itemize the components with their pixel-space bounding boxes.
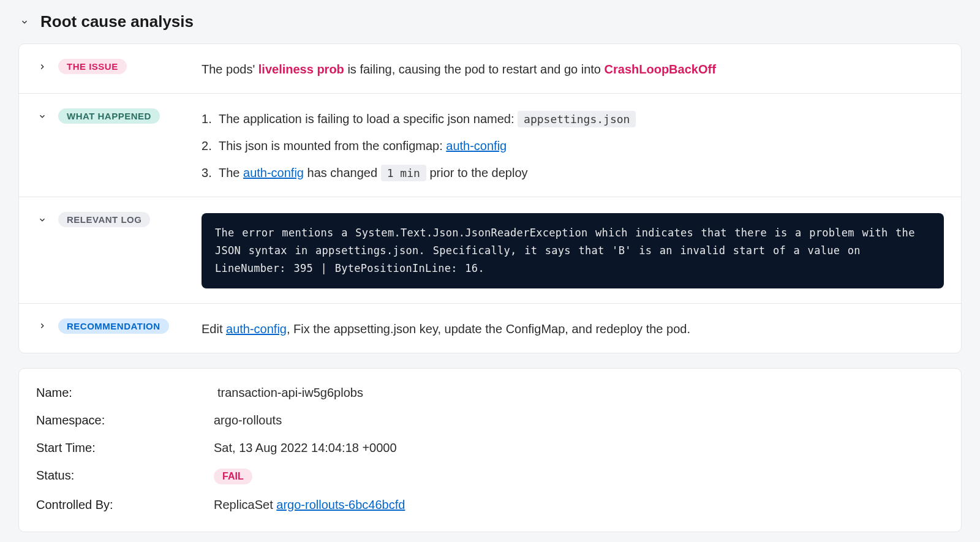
issue-highlight-crashloop: CrashLoopBackOff	[605, 62, 716, 76]
auth-config-link[interactable]: auth-config	[446, 139, 507, 152]
info-row-status: Status: FAIL	[36, 469, 944, 484]
pod-info-card: Name: transaction-api-iw5g6plobs Namespa…	[18, 368, 962, 532]
page-header: Root cause analysis	[18, 12, 962, 31]
issue-text-before: The pods'	[202, 62, 258, 76]
issue-highlight-liveliness: liveliness prob	[258, 62, 344, 76]
item1-text: The application is failing to load a spe…	[219, 112, 518, 126]
section-what-happened: WHAT HAPPENED The application is failing…	[19, 94, 961, 197]
replicaset-link[interactable]: argo-rollouts-6bc46bcfd	[276, 498, 405, 511]
auth-config-link[interactable]: auth-config	[243, 166, 304, 179]
starttime-value: Sat, 13 Aug 2022 14:04:18 +0000	[214, 441, 397, 455]
auth-config-link[interactable]: auth-config	[226, 322, 287, 336]
page-title: Root cause analysis	[40, 12, 194, 31]
relevant-log-badge: RELEVANT LOG	[58, 212, 150, 227]
log-content-wrapper: The error mentions a System.Text.Json.Js…	[202, 212, 944, 288]
section-recommendation-header[interactable]: RECOMMENDATION	[36, 318, 202, 334]
section-log-header[interactable]: RELEVANT LOG	[36, 212, 202, 227]
name-label: Name:	[36, 386, 214, 400]
status-badge: FAIL	[214, 469, 252, 484]
recommendation-content: Edit auth-config, Fix the appsetting.jso…	[202, 318, 944, 338]
item3-mid: has changed	[304, 166, 381, 179]
log-block: The error mentions a System.Text.Json.Js…	[202, 213, 944, 288]
issue-badge: THE ISSUE	[58, 59, 127, 74]
chevron-right-icon[interactable]	[36, 320, 48, 332]
controlled-label: Controlled By:	[36, 498, 214, 512]
controlled-prefix: ReplicaSet	[214, 498, 276, 511]
name-value: transaction-api-iw5g6plobs	[214, 386, 363, 400]
list-item: This json is mounted from the configmap:…	[202, 137, 944, 155]
item3-before: The	[219, 166, 243, 179]
chevron-down-icon[interactable]	[36, 110, 48, 122]
section-relevant-log: RELEVANT LOG The error mentions a System…	[19, 197, 961, 304]
info-row-name: Name: transaction-api-iw5g6plobs	[36, 386, 944, 400]
starttime-label: Start Time:	[36, 441, 214, 455]
rec-before: Edit	[202, 322, 226, 336]
info-row-starttime: Start Time: Sat, 13 Aug 2022 14:04:18 +0…	[36, 441, 944, 455]
info-row-controlled: Controlled By: ReplicaSet argo-rollouts-…	[36, 498, 944, 512]
collapse-page-icon[interactable]	[18, 16, 31, 28]
what-happened-badge: WHAT HAPPENED	[58, 108, 160, 124]
item3-after: prior to the deploy	[426, 166, 528, 179]
what-happened-content: The application is failing to load a spe…	[202, 108, 944, 182]
item3-code: 1 min	[381, 165, 426, 181]
item2-text: This json is mounted from the configmap:	[219, 139, 446, 152]
recommendation-badge: RECOMMENDATION	[58, 318, 169, 334]
status-label: Status:	[36, 469, 214, 484]
list-item: The auth-config has changed 1 min prior …	[202, 164, 944, 182]
namespace-label: Namespace:	[36, 413, 214, 427]
list-item: The application is failing to load a spe…	[202, 110, 944, 128]
section-recommendation: RECOMMENDATION Edit auth-config, Fix the…	[19, 304, 961, 353]
item1-code: appsettings.json	[518, 111, 636, 127]
section-issue-header[interactable]: THE ISSUE	[36, 59, 202, 74]
chevron-right-icon[interactable]	[36, 61, 48, 73]
namespace-value: argo-rollouts	[214, 413, 282, 427]
info-row-namespace: Namespace: argo-rollouts	[36, 413, 944, 427]
analysis-card: THE ISSUE The pods' liveliness prob is f…	[18, 43, 962, 353]
status-value: FAIL	[214, 469, 252, 484]
issue-content: The pods' liveliness prob is failing, ca…	[202, 59, 944, 78]
section-issue: THE ISSUE The pods' liveliness prob is f…	[19, 44, 961, 94]
issue-text-mid: is failing, causing the pod to restart a…	[344, 62, 605, 76]
controlled-value: ReplicaSet argo-rollouts-6bc46bcfd	[214, 498, 405, 512]
rec-after: , Fix the appsetting.json key, update th…	[287, 322, 690, 336]
section-what-happened-header[interactable]: WHAT HAPPENED	[36, 108, 202, 124]
chevron-down-icon[interactable]	[36, 214, 48, 226]
